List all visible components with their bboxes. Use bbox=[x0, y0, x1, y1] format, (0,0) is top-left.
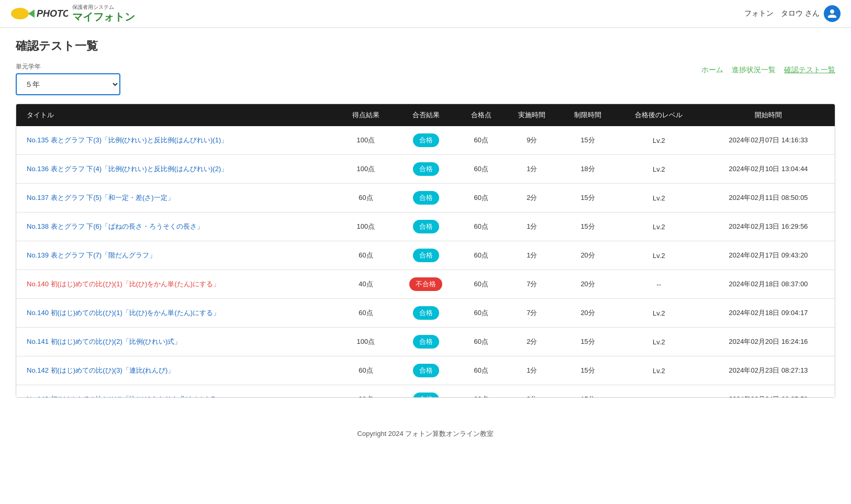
cell-title: No.137 表とグラフ 下(5)「和一定・差(さ)一定」 bbox=[16, 184, 338, 212]
cell-title: No.136 表とグラフ 下(4)「比例(ひれい)と反比例(はんびれい)(2)」 bbox=[16, 155, 338, 184]
col-time: 実施時間 bbox=[504, 104, 560, 126]
result-badge: 不合格 bbox=[409, 277, 442, 291]
svg-marker-1 bbox=[28, 9, 35, 18]
cell-level: Lv.2 bbox=[616, 184, 702, 212]
cell-limit: 20分 bbox=[560, 270, 616, 299]
table-row: No.136 表とグラフ 下(4)「比例(ひれい)と反比例(はんびれい)(2)」… bbox=[16, 155, 835, 184]
result-badge: 合格 bbox=[413, 364, 439, 377]
cell-level: Lv.2 bbox=[616, 356, 702, 385]
svg-point-0 bbox=[11, 8, 29, 19]
cell-start: 2024年02月13日 16:29:56 bbox=[702, 212, 835, 241]
cell-start: 2024年02月20日 16:24:16 bbox=[702, 328, 835, 356]
table-container: タイトル 得点結果 合否結果 合格点 実施時間 制限時間 合格後のレベル 開始時… bbox=[16, 104, 835, 398]
title-link[interactable]: No.137 表とグラフ 下(5)「和一定・差(さ)一定」 bbox=[27, 194, 174, 201]
cell-time: 2分 bbox=[504, 184, 560, 212]
cell-start: 2024年02月07日 14:16:33 bbox=[702, 126, 835, 155]
header: PHOTON 保護者用システム マイフォトン フォトン タロウ さん bbox=[0, 0, 851, 28]
cell-start: 2024年02月11日 08:50:05 bbox=[702, 184, 835, 212]
cell-result: 合格 bbox=[394, 299, 458, 328]
title-link[interactable]: No.139 表とグラフ 下(7)「階だんグラフ」 bbox=[27, 251, 156, 259]
cell-limit: 20分 bbox=[560, 299, 616, 328]
cell-time: 1分 bbox=[504, 155, 560, 184]
cell-result: 不合格 bbox=[394, 270, 458, 299]
col-score: 得点結果 bbox=[338, 104, 394, 126]
table-row: No.140 初(はじ)めての比(ひ)(1)「比(ひ)をかん単(たん)にする」 … bbox=[16, 299, 835, 328]
col-start: 開始時間 bbox=[702, 104, 835, 126]
table-header: タイトル 得点結果 合否結果 合格点 実施時間 制限時間 合格後のレベル 開始時… bbox=[16, 104, 835, 126]
cell-limit: 15分 bbox=[560, 328, 616, 356]
user-icon[interactable] bbox=[824, 5, 841, 22]
cell-title: No.140 初(はじ)めての比(ひ)(1)「比(ひ)をかん単(たん)にする」 bbox=[16, 299, 338, 328]
col-pass-score: 合格点 bbox=[458, 104, 504, 126]
cell-level: Lv.2 bbox=[616, 155, 702, 184]
logo-sub-small: 保護者用システム bbox=[72, 4, 135, 10]
cell-limit: 15分 bbox=[560, 184, 616, 212]
breadcrumb-current: 確認テスト一覧 bbox=[784, 65, 835, 75]
cell-time: 3分 bbox=[504, 385, 560, 398]
breadcrumb-home[interactable]: ホーム bbox=[701, 65, 723, 75]
title-link[interactable]: No.142 初(はじ)めての比(ひ)(3)「連比(れんび)」 bbox=[27, 366, 174, 374]
cell-time: 2分 bbox=[504, 328, 560, 356]
col-limit: 制限時間 bbox=[560, 104, 616, 126]
result-badge: 合格 bbox=[413, 249, 439, 262]
cell-pass-score: 60点 bbox=[458, 212, 504, 241]
result-badge: 合格 bbox=[413, 393, 439, 397]
main-content: ホーム 進捗状況一覧 確認テスト一覧 確認テスト一覧 単元学年 １年 ２年 ３年… bbox=[0, 28, 851, 408]
title-link[interactable]: No.138 表とグラフ 下(6)「ばねの長さ・ろうそくの長さ」 bbox=[27, 222, 204, 230]
cell-score: 40点 bbox=[338, 270, 394, 299]
cell-time: 9分 bbox=[504, 126, 560, 155]
cell-limit: 20分 bbox=[560, 241, 616, 270]
cell-time: 1分 bbox=[504, 356, 560, 385]
cell-title: No.141 初(はじ)めての比(ひ)(2)「比例(ひれい)式」 bbox=[16, 328, 338, 356]
cell-start: 2024年02月10日 13:04:44 bbox=[702, 155, 835, 184]
breadcrumb-progress[interactable]: 進捗状況一覧 bbox=[732, 65, 776, 75]
title-link[interactable]: No.143 初(はじ)めての比(ひ)(4)「比(ひ)1あたりを求(もと)める」 bbox=[27, 395, 223, 397]
cell-score: 60点 bbox=[338, 356, 394, 385]
title-link[interactable]: No.136 表とグラフ 下(4)「比例(ひれい)と反比例(はんびれい)(2)」 bbox=[27, 165, 228, 173]
table-row: No.138 表とグラフ 下(6)「ばねの長さ・ろうそくの長さ」 100点 合格… bbox=[16, 212, 835, 241]
cell-level: Lv.2 bbox=[616, 299, 702, 328]
cell-pass-score: 60点 bbox=[458, 270, 504, 299]
cell-level: -- bbox=[616, 270, 702, 299]
cell-score: 60点 bbox=[338, 299, 394, 328]
table-row: No.137 表とグラフ 下(5)「和一定・差(さ)一定」 60点 合格 60点… bbox=[16, 184, 835, 212]
title-link[interactable]: No.135 表とグラフ 下(3)「比例(ひれい)と反比例(はんびれい)(1)」 bbox=[27, 136, 228, 144]
cell-pass-score: 60点 bbox=[458, 126, 504, 155]
title-link[interactable]: No.140 初(はじ)めての比(ひ)(1)「比(ひ)をかん単(たん)にする」 bbox=[27, 309, 220, 317]
user-name: フォトン タロウ さん bbox=[744, 9, 820, 18]
cell-result: 合格 bbox=[394, 328, 458, 356]
cell-title: No.139 表とグラフ 下(7)「階だんグラフ」 bbox=[16, 241, 338, 270]
cell-pass-score: 60点 bbox=[458, 356, 504, 385]
cell-start: 2024年02月17日 09:43:20 bbox=[702, 241, 835, 270]
test-table: タイトル 得点結果 合否結果 合格点 実施時間 制限時間 合格後のレベル 開始時… bbox=[16, 104, 835, 397]
result-badge: 合格 bbox=[413, 162, 439, 176]
title-link[interactable]: No.140 初(はじ)めての比(ひ)(1)「比(ひ)をかん単(たん)にする」 bbox=[27, 280, 220, 288]
cell-time: 7分 bbox=[504, 270, 560, 299]
table-row: No.140 初(はじ)めての比(ひ)(1)「比(ひ)をかん単(たん)にする」 … bbox=[16, 270, 835, 299]
logo-sub: 保護者用システム マイフォトン bbox=[72, 4, 135, 23]
logo-area: PHOTON 保護者用システム マイフォトン bbox=[10, 4, 135, 23]
table-row: No.135 表とグラフ 下(3)「比例(ひれい)と反比例(はんびれい)(1)」… bbox=[16, 126, 835, 155]
logo-photon: PHOTON bbox=[10, 4, 68, 23]
cell-level: Lv.2 bbox=[616, 212, 702, 241]
cell-score: 80点 bbox=[338, 385, 394, 398]
grade-select[interactable]: １年 ２年 ３年 ４年 ５年 ６年 bbox=[16, 73, 120, 95]
cell-time: 7分 bbox=[504, 299, 560, 328]
scroll-wrapper[interactable]: タイトル 得点結果 合否結果 合格点 実施時間 制限時間 合格後のレベル 開始時… bbox=[16, 104, 835, 397]
table-body: No.135 表とグラフ 下(3)「比例(ひれい)と反比例(はんびれい)(1)」… bbox=[16, 126, 835, 397]
cell-start: 2024年02月18日 08:37:00 bbox=[702, 270, 835, 299]
cell-result: 合格 bbox=[394, 126, 458, 155]
cell-pass-score: 60点 bbox=[458, 328, 504, 356]
cell-title: No.143 初(はじ)めての比(ひ)(4)「比(ひ)1あたりを求(もと)める」 bbox=[16, 385, 338, 398]
breadcrumb: ホーム 進捗状況一覧 確認テスト一覧 bbox=[701, 65, 835, 75]
col-result: 合否結果 bbox=[394, 104, 458, 126]
result-badge: 合格 bbox=[413, 220, 439, 233]
cell-score: 60点 bbox=[338, 241, 394, 270]
user-area: フォトン タロウ さん bbox=[744, 5, 841, 22]
cell-result: 合格 bbox=[394, 184, 458, 212]
cell-time: 1分 bbox=[504, 241, 560, 270]
title-link[interactable]: No.141 初(はじ)めての比(ひ)(2)「比例(ひれい)式」 bbox=[27, 338, 181, 345]
cell-level: Lv.2 bbox=[616, 328, 702, 356]
cell-start: 2024年02月18日 09:04:17 bbox=[702, 299, 835, 328]
col-level: 合格後のレベル bbox=[616, 104, 702, 126]
